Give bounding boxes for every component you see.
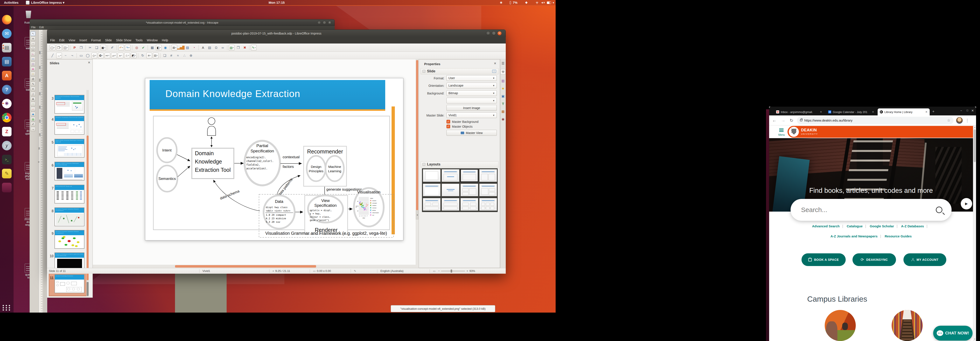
properties-tab-icon[interactable]: ⚒ [500,69,506,75]
url-text[interactable]: https://www.deakin.edu.au/library [804,119,853,122]
slide-thumbnail-9[interactable]: Research Proposal: Interactive Network V… [54,230,84,249]
insert-line-icon[interactable]: ╱ [50,53,55,59]
zoom-icon[interactable]: ◉ [162,45,168,51]
shadow-icon[interactable]: ❏ [162,53,167,59]
connector-icon[interactable]: ¬ [69,53,75,59]
menu-window[interactable]: Window [147,38,158,42]
orientation-dropdown[interactable]: Landscape▼ [447,82,497,88]
volume-muted-icon[interactable]: ◄× [541,1,545,5]
bucket-tool-icon[interactable]: ◆ [30,112,35,116]
deakinsync-button[interactable]: ⟳ DEAKINSYNC [853,253,896,266]
styles-tab-icon[interactable]: T [500,101,506,106]
background-dropdown[interactable]: Bitmap▼ [447,90,497,96]
thunderbird-dock-icon[interactable]: ✉ [2,29,11,38]
insert-image-icon[interactable]: ▨ [185,45,190,51]
transitions-tab-icon[interactable]: ▥ [500,78,506,84]
flowchart-icon[interactable]: ▱ [111,53,117,59]
link-resource-guides[interactable]: Resource Guides [885,234,912,238]
filter-icon[interactable]: ≈ [175,53,181,59]
hamburger-menu-icon[interactable] [779,128,784,132]
format-dropdown[interactable]: User▼ [447,75,497,81]
slide-thumbnail-8[interactable]: Research Proposal: Interactive Network V… [54,208,84,226]
slide-page[interactable]: Domain Knowledge Extraction [145,78,403,240]
special-character-icon[interactable]: Ω [213,45,219,51]
properties-close-icon[interactable]: ✕ [494,62,496,65]
file-cabinet-dock-icon[interactable]: ▤ [2,43,11,52]
wifi-icon[interactable] [535,1,539,4]
slack-dock-icon[interactable]: ✳ [2,99,11,108]
deakin-shield-logo[interactable] [789,127,799,137]
arrange-icon[interactable]: ⊟ [153,53,159,59]
reload-button[interactable]: ↻ [790,118,794,123]
slide-thumbnail-4[interactable]: Research Visualisation Recommender Syste… [54,116,84,135]
slide-canvas[interactable]: Domain Knowledge Extraction [93,59,415,265]
delete-slide-icon[interactable]: ✖ [242,45,248,51]
header-footer-icon[interactable]: ▤ [207,45,212,51]
dropbox-icon[interactable]: ❖ [525,1,528,5]
chrome-menu-icon[interactable]: ⋮ [965,118,969,123]
sidebar-menu-icon[interactable]: ☰ [500,60,506,66]
menu-slide[interactable]: Slide [105,38,112,42]
spray-tool-icon[interactable]: ∵ [30,102,35,106]
zoom-tool-icon[interactable]: ◯ [30,46,35,51]
inkscape-minimize-button[interactable]: − [317,21,321,24]
connector-tool-icon[interactable]: ¬ [30,127,35,132]
zotero-dock-icon[interactable]: Z [2,127,11,136]
tab-library-active[interactable]: Library Home | Library✕ [878,108,930,116]
tab-close-icon[interactable]: ✕ [870,110,874,113]
slide-thumbnail-11[interactable]: Domain Knowledge Extraction [54,274,84,293]
firefox-dock-icon[interactable] [2,15,11,24]
stars-icon[interactable]: ☆ [124,53,130,59]
display-grid-icon[interactable]: ▦ [150,45,155,51]
impress-titlebar[interactable]: postdoc-plan-2019-07-15_with-feedback.od… [47,30,506,37]
zoom-level[interactable]: 93% [469,269,475,273]
symbol-shapes-icon[interactable]: ✿ [98,53,104,59]
measure-tool-icon[interactable]: ∟ [30,52,35,56]
master-view-button[interactable]: Master View [447,130,497,136]
impress-close-button[interactable]: × [498,31,501,35]
back-button[interactable]: ← [772,118,776,123]
files-dock-icon[interactable] [2,183,11,192]
bookmark-star-icon[interactable]: ☆ [947,118,950,123]
impress-minimize-button[interactable]: − [486,31,490,35]
callouts-icon[interactable]: ◗ [118,53,123,59]
insert-chart-icon[interactable]: ▂▅█ [178,45,184,51]
campus-library-photo-2[interactable] [892,310,923,341]
canvas-hscrollbar[interactable] [93,265,419,268]
save-icon[interactable]: ◫ [63,45,68,51]
window-minimize-button[interactable]: − [960,109,962,113]
scrollbar-thumb[interactable] [974,129,976,162]
layout-title-content-centered[interactable] [442,169,460,182]
my-account-button[interactable]: MY ACCOUNT [904,253,946,266]
omnibox[interactable]: https://www.deakin.edu.au/library ☆ [797,117,953,124]
menu-view[interactable]: View [69,38,75,42]
insert-table-icon[interactable]: ⊞ [172,45,177,51]
selector-tool-icon[interactable]: ↖ [30,32,35,36]
tweak-tool-icon[interactable]: ~ [30,41,35,46]
inkscape-menu-file[interactable]: File [31,26,35,29]
rotate-icon[interactable]: ↻ [140,53,145,59]
tab-close-icon[interactable]: ✕ [818,110,822,113]
block-arrows-icon[interactable]: ⇨ [105,53,110,59]
new-icon[interactable]: ▢ [50,45,55,51]
3d-objects-icon[interactable]: ◩ [131,53,137,59]
layout-two-left-one-right[interactable] [460,184,478,196]
animation-tab-icon[interactable]: ★ [500,86,506,91]
master-objects-checkbox[interactable]: ✓Master Objects [447,125,473,128]
master-slides-tab-icon[interactable]: ▣ [500,94,506,99]
gradient-tool-icon[interactable]: ▨ [30,117,35,121]
layout-one-top-one-bottom[interactable] [442,198,460,211]
curve-icon[interactable]: ~ [63,53,68,59]
layout-six-content[interactable] [479,198,497,211]
slide-section-header[interactable]: − Slide ▭ [421,68,498,74]
open-icon[interactable]: ❐ [56,45,62,51]
display-views-icon[interactable]: ◧ [156,45,162,51]
collapse-icon[interactable]: − [423,70,425,73]
insert-pie-icon[interactable]: ◔ [191,45,197,51]
tab-calendar[interactable]: 15 Google Calendar - July 201✕ [826,108,876,116]
star-tool-icon[interactable]: ☆ [30,72,35,76]
slides-panel-close-icon[interactable]: ✕ [88,61,90,64]
writer-dock-icon[interactable]: ▤ [2,57,11,67]
duplicate-slide-icon[interactable]: ❐ [235,45,241,51]
layout-one-left-two-right[interactable] [479,184,497,196]
